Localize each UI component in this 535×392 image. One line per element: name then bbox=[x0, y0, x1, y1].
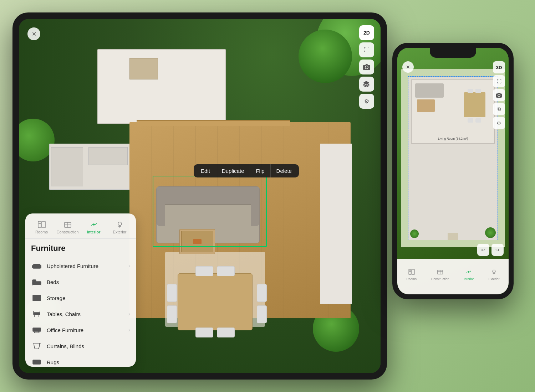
sidebar-tab-exterior[interactable]: Exterior bbox=[107, 218, 132, 236]
svg-point-20 bbox=[36, 296, 37, 297]
phone-camera-button[interactable] bbox=[493, 89, 505, 101]
chair-bottom2 bbox=[475, 118, 481, 123]
office-arrow: › bbox=[128, 327, 130, 333]
phone-device: Living Room (54.2 m²) ✕ bbox=[392, 43, 514, 299]
furniture-item-storage[interactable]: Storage bbox=[31, 290, 130, 306]
sofa-selection-box[interactable] bbox=[153, 176, 267, 247]
sidebar-tab-construction[interactable]: Construction bbox=[55, 218, 80, 236]
construction-icon bbox=[63, 221, 73, 228]
rooms-tab-label: Rooms bbox=[35, 230, 48, 234]
phone-screen: Living Room (54.2 m²) ✕ bbox=[397, 48, 509, 294]
furniture-item-rugs[interactable]: Rugs bbox=[31, 354, 130, 367]
toolbar-layers-button[interactable] bbox=[359, 77, 374, 92]
furniture-item-curtains[interactable]: Curtains, Blinds bbox=[31, 338, 130, 354]
toolbar-fullscreen-button[interactable]: ⛶ bbox=[359, 42, 374, 57]
phone-redo-button[interactable]: ↪ bbox=[491, 244, 504, 256]
dining-table-2d bbox=[464, 92, 485, 117]
phone-tab-rooms[interactable]: Rooms bbox=[406, 269, 417, 281]
context-menu-delete[interactable]: Delete bbox=[271, 164, 297, 177]
context-menu: Edit Duplicate Flip Delete bbox=[194, 164, 299, 177]
toolbar-settings-button[interactable]: ⚙ bbox=[359, 94, 374, 109]
upholstered-icon bbox=[31, 262, 42, 270]
tablet-close-button[interactable]: ✕ bbox=[27, 27, 40, 40]
phone-close-button[interactable]: ✕ bbox=[402, 61, 414, 73]
phone-fullscreen-button[interactable]: ⛶ bbox=[493, 75, 505, 87]
svg-point-7 bbox=[118, 222, 122, 226]
furniture-item-upholstered[interactable]: Upholstered Furniture › bbox=[31, 258, 130, 274]
phone-tab-interior[interactable]: Interior bbox=[464, 269, 474, 281]
phone-rooms-icon bbox=[408, 269, 415, 276]
exterior-tab-label: Exterior bbox=[113, 230, 127, 234]
furniture-item-office[interactable]: Office Furniture › bbox=[31, 322, 130, 338]
tablet-device: Edit Duplicate Flip Delete ✕ 2D ⛶ bbox=[12, 12, 387, 380]
phone-construction-icon bbox=[437, 269, 443, 276]
right-wall bbox=[320, 144, 352, 304]
scene: Edit Duplicate Flip Delete ✕ 2D ⛶ bbox=[0, 0, 535, 392]
bed-render bbox=[129, 58, 158, 79]
furniture-item-beds[interactable]: Beds bbox=[31, 274, 130, 290]
upholstered-label: Upholstered Furniture bbox=[47, 263, 128, 269]
svg-rect-13 bbox=[34, 264, 40, 265]
svg-point-6 bbox=[93, 224, 95, 225]
office-label: Office Furniture bbox=[47, 327, 128, 333]
sidebar-tab-rooms[interactable]: Rooms bbox=[29, 218, 54, 236]
living-room-label-phone: Living Room (54.2 m²) bbox=[412, 137, 494, 140]
bedroom-room bbox=[97, 49, 226, 124]
tables-chairs-label: Tables, Chairs bbox=[47, 311, 128, 317]
sidebar-tab-interior[interactable]: Interior bbox=[81, 218, 106, 236]
living-room-2d: Living Room (54.2 m²) bbox=[411, 79, 495, 144]
exterior-icon bbox=[115, 221, 125, 228]
interior-icon bbox=[89, 221, 99, 228]
svg-rect-40 bbox=[412, 269, 414, 274]
sidebar-panel: Rooms Construction Interior bbox=[25, 213, 136, 367]
tree-phone-bl bbox=[410, 229, 419, 238]
svg-rect-15 bbox=[32, 280, 36, 282]
sofa-2d bbox=[415, 83, 444, 98]
sidebar-content: Furniture Upholstered Furniture › Be bbox=[25, 239, 136, 367]
sidebar-tabs: Rooms Construction Interior bbox=[25, 213, 136, 238]
svg-point-45 bbox=[468, 271, 469, 272]
tree-top-right-2 bbox=[299, 30, 352, 83]
sidebar-title: Furniture bbox=[31, 244, 130, 253]
phone-undo-redo: ↩ ↪ bbox=[477, 244, 504, 256]
tablet-screen: Edit Duplicate Flip Delete ✕ 2D ⛶ bbox=[19, 19, 381, 373]
svg-rect-2 bbox=[38, 221, 41, 223]
chair-top bbox=[468, 89, 473, 93]
path-2d bbox=[448, 233, 458, 240]
context-menu-flip[interactable]: Flip bbox=[250, 164, 270, 177]
chair-bottom bbox=[468, 118, 473, 123]
phone-bottom-bar: Rooms Construction Interior bbox=[397, 259, 509, 294]
toolbar-camera-button[interactable] bbox=[359, 60, 374, 74]
rugs-label: Rugs bbox=[47, 359, 130, 365]
svg-rect-27 bbox=[33, 328, 41, 331]
phone-tab-exterior[interactable]: Exterior bbox=[488, 269, 499, 281]
context-menu-duplicate[interactable]: Duplicate bbox=[216, 164, 250, 177]
phone-layers-button[interactable]: ⧉ bbox=[493, 103, 505, 115]
main-floor-2d: Living Room (54.2 m²) bbox=[408, 76, 498, 240]
rooms-icon bbox=[37, 221, 47, 228]
svg-rect-12 bbox=[40, 265, 41, 268]
construction-tab-label: Construction bbox=[57, 230, 79, 234]
curtains-icon bbox=[31, 342, 42, 350]
coffee-table-2d bbox=[417, 99, 435, 112]
storage-icon bbox=[31, 294, 42, 302]
svg-rect-34 bbox=[34, 361, 40, 363]
toolbar-2d-button[interactable]: 2D bbox=[359, 25, 374, 40]
furniture-item-tables-chairs[interactable]: Tables, Chairs › bbox=[31, 306, 130, 322]
svg-rect-22 bbox=[34, 313, 40, 315]
phone-interior-icon bbox=[465, 269, 472, 276]
svg-rect-39 bbox=[409, 271, 411, 274]
interior-tab-label: Interior bbox=[87, 230, 101, 234]
svg-line-16 bbox=[32, 285, 32, 285]
beds-icon bbox=[31, 278, 42, 286]
phone-undo-button[interactable]: ↩ bbox=[477, 244, 489, 256]
rugs-icon bbox=[31, 358, 42, 366]
context-menu-edit[interactable]: Edit bbox=[195, 164, 216, 177]
phone-3d-button[interactable]: 3D bbox=[493, 61, 505, 73]
svg-rect-1 bbox=[42, 221, 45, 228]
phone-bg: Living Room (54.2 m²) ✕ bbox=[397, 48, 509, 294]
phone-settings-button[interactable]: ⚙ bbox=[493, 117, 505, 129]
phone-tab-construction[interactable]: Construction bbox=[431, 269, 449, 281]
chair-top2 bbox=[475, 89, 481, 93]
kitchen-counter-top bbox=[88, 147, 128, 165]
